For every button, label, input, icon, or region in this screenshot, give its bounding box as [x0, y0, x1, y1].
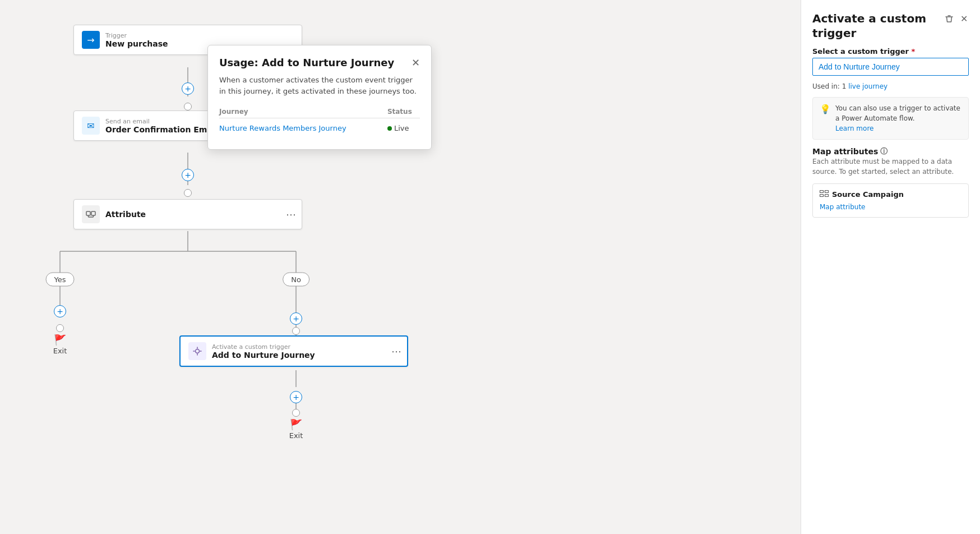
- attribute-card: Source Campaign Map attribute: [812, 183, 969, 218]
- attribute-card-title: Source Campaign: [820, 190, 961, 199]
- status-badge: Live: [387, 124, 420, 132]
- custom-trigger-node-title: Add to Nurture Journey: [212, 351, 315, 360]
- delete-btn[interactable]: [944, 13, 955, 25]
- email-label: Send an email: [105, 118, 218, 125]
- exit-label-1: Exit: [53, 347, 67, 355]
- used-in-link[interactable]: live journey: [848, 82, 887, 90]
- popup-close-btn[interactable]: ✕: [412, 57, 420, 69]
- panel-header: Activate a custom trigger ✕: [812, 11, 969, 40]
- map-attributes-desc: Each attribute must be mapped to a data …: [812, 156, 969, 177]
- connector-circle-2: [184, 189, 192, 197]
- delete-icon: [945, 15, 954, 24]
- attribute-menu-btn[interactable]: ⋯: [286, 209, 296, 220]
- field-label-text: Select a custom trigger: [812, 47, 909, 56]
- trigger-label: Trigger: [105, 32, 168, 39]
- map-attribute-link[interactable]: Map attribute: [820, 203, 865, 211]
- custom-trigger-icon: [188, 342, 206, 360]
- map-attributes-section: Map attributes ⓘ Each attribute must be …: [812, 146, 969, 177]
- close-panel-btn[interactable]: ✕: [959, 12, 969, 25]
- svg-rect-11: [86, 211, 90, 215]
- popup-col-status: Status: [387, 105, 420, 118]
- add-step-btn-2[interactable]: +: [182, 169, 194, 181]
- popup-table: Journey Status Nurture Rewards Members J…: [219, 105, 420, 138]
- map-attributes-info-icon: ⓘ: [880, 146, 887, 156]
- svg-point-16: [196, 349, 200, 353]
- used-in-section: Used in: 1 live journey: [812, 82, 969, 90]
- svg-rect-18: [825, 191, 829, 193]
- svg-rect-19: [820, 195, 824, 197]
- email-title: Order Confirmation Email: [105, 125, 218, 134]
- popup-title: Usage: Add to Nurture Journey: [219, 57, 394, 68]
- attribute-node[interactable]: Attribute ⋯: [73, 199, 302, 229]
- attribute-card-name: Source Campaign: [832, 190, 904, 199]
- yes-circle: [56, 324, 64, 332]
- exit-node-1: 🚩 Exit: [53, 334, 67, 355]
- used-in-prefix: Used in:: [812, 82, 840, 90]
- yes-branch-label: Yes: [46, 273, 75, 287]
- custom-trigger-node-label: Activate a custom trigger: [212, 343, 315, 351]
- add-step-yes-btn[interactable]: +: [54, 305, 66, 317]
- status-dot: [387, 126, 392, 131]
- svg-rect-20: [825, 195, 829, 197]
- custom-trigger-input[interactable]: [812, 58, 969, 76]
- info-box: 💡 You can also use a trigger to activate…: [812, 97, 969, 140]
- after-trigger-circle: [292, 409, 300, 417]
- used-in-count: 1: [842, 82, 847, 90]
- field-label: Select a custom trigger *: [812, 47, 969, 56]
- info-text: You can also use a trigger to activate a…: [835, 104, 960, 122]
- source-campaign-icon: [820, 190, 829, 197]
- trigger-field-section: Select a custom trigger *: [812, 47, 969, 76]
- journey-link[interactable]: Nurture Rewards Members Journey: [219, 124, 346, 132]
- status-text: Live: [394, 124, 409, 132]
- trigger-title: New purchase: [105, 39, 168, 48]
- canvas-area: → Trigger New purchase + ✉ Send an email…: [0, 0, 801, 534]
- attribute-icon: [82, 205, 100, 223]
- attribute-card-icon: [820, 190, 829, 199]
- info-box-text: You can also use a trigger to activate a…: [835, 103, 961, 134]
- map-attributes-label: Map attributes: [812, 147, 878, 156]
- connector-circle-1: [184, 103, 192, 111]
- exit-node-2: 🚩 Exit: [289, 418, 303, 440]
- map-attributes-title: Map attributes ⓘ: [812, 146, 969, 156]
- exit-flag-1: 🚩: [54, 334, 66, 346]
- right-panel: Activate a custom trigger ✕ Select a cus…: [801, 0, 980, 534]
- exit-flag-2: 🚩: [290, 418, 302, 430]
- add-step-btn-1[interactable]: +: [182, 82, 194, 95]
- panel-title: Activate a custom trigger: [812, 11, 944, 40]
- required-marker: *: [912, 47, 916, 56]
- no-branch-label: No: [283, 273, 309, 287]
- learn-more-link[interactable]: Learn more: [835, 125, 873, 132]
- attribute-title: Attribute: [105, 210, 146, 219]
- usage-popup: Usage: Add to Nurture Journey ✕ When a c…: [207, 45, 432, 150]
- svg-rect-12: [91, 211, 95, 215]
- trigger-icon: →: [82, 31, 100, 49]
- popup-table-row: Nurture Rewards Members Journey Live: [219, 118, 420, 139]
- svg-rect-17: [820, 191, 824, 193]
- popup-col-journey: Journey: [219, 105, 387, 118]
- add-step-after-trigger-btn[interactable]: +: [290, 391, 302, 403]
- popup-desc: When a customer activates the custom eve…: [219, 75, 420, 96]
- add-step-no-btn[interactable]: +: [290, 312, 302, 325]
- info-icon: 💡: [820, 104, 831, 114]
- panel-header-icons: ✕: [944, 12, 969, 25]
- exit-label-2: Exit: [289, 431, 303, 440]
- email-icon: ✉: [82, 117, 100, 135]
- no-circle: [292, 327, 300, 335]
- custom-trigger-node[interactable]: Activate a custom trigger Add to Nurture…: [179, 335, 408, 367]
- custom-trigger-menu-btn[interactable]: ⋯: [391, 346, 401, 357]
